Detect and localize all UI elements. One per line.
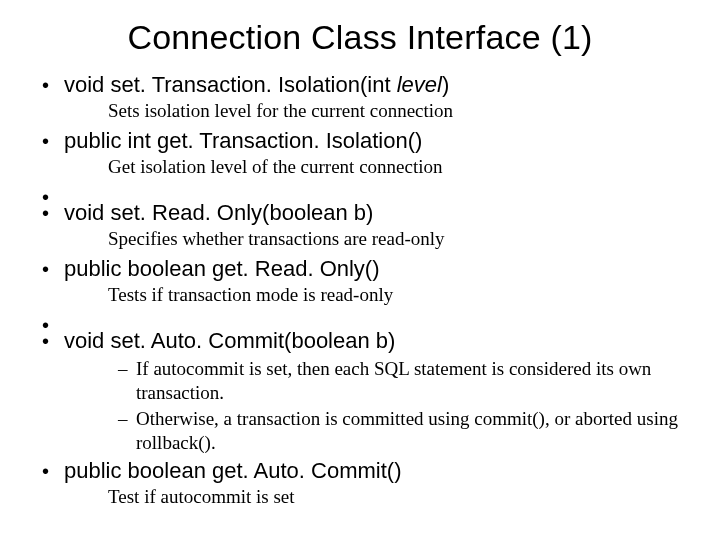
sub-item: If autocommit is set, then each SQL stat… (118, 357, 684, 405)
method-signature: public boolean get. Read. Only() (64, 255, 684, 283)
sub-item: Otherwise, a transaction is committed us… (118, 407, 684, 455)
method-description: Get isolation level of the current conne… (108, 155, 684, 179)
sub-list: If autocommit is set, then each SQL stat… (118, 357, 684, 455)
sig-param: level (397, 72, 442, 97)
list-item: public boolean get. Read. Only() Tests i… (36, 255, 684, 307)
spacer (36, 183, 684, 199)
method-description: Specifies whether transactions are read-… (108, 227, 684, 251)
spacer (36, 311, 684, 327)
method-signature: void set. Transaction. Isolation(int lev… (64, 71, 684, 99)
method-signature: public int get. Transaction. Isolation() (64, 127, 684, 155)
slide-title: Connection Class Interface (1) (36, 18, 684, 57)
list-item: public boolean get. Auto. Commit() Test … (36, 457, 684, 509)
sig-text: void set. Transaction. Isolation(int (64, 72, 397, 97)
method-description: Test if autocommit is set (108, 485, 684, 509)
method-signature: void set. Auto. Commit(boolean b) (64, 327, 684, 355)
method-description: Tests if transaction mode is read-only (108, 283, 684, 307)
method-description: Sets isolation level for the current con… (108, 99, 684, 123)
method-signature: void set. Read. Only(boolean b) (64, 199, 684, 227)
sig-text: ) (442, 72, 449, 97)
bullet-list: void set. Transaction. Isolation(int lev… (36, 71, 684, 509)
slide: Connection Class Interface (1) void set.… (0, 0, 720, 540)
list-item: public int get. Transaction. Isolation()… (36, 127, 684, 179)
list-item: void set. Read. Only(boolean b) Specifie… (36, 199, 684, 251)
list-item: void set. Transaction. Isolation(int lev… (36, 71, 684, 123)
method-signature: public boolean get. Auto. Commit() (64, 457, 684, 485)
list-item: void set. Auto. Commit(boolean b) If aut… (36, 327, 684, 455)
